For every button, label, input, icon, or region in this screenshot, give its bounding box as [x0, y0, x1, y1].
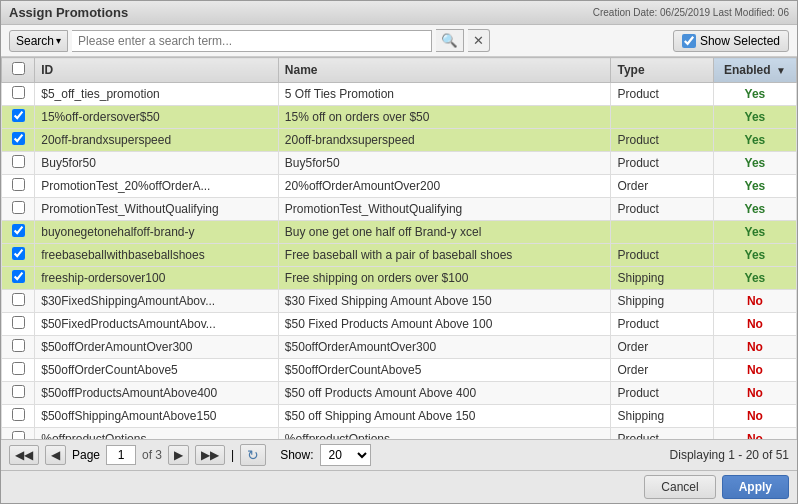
row-checkbox[interactable] — [12, 293, 25, 306]
row-id: %offproductOptions — [35, 428, 279, 440]
show-count-select[interactable]: 102050100 — [320, 444, 371, 466]
table-row: PromotionTest_20%offOrderA...20%offOrder… — [2, 175, 797, 198]
row-id: $50offShippingAmountAbove150 — [35, 405, 279, 428]
row-checkbox[interactable] — [12, 316, 25, 329]
row-checkbox[interactable] — [12, 224, 25, 237]
row-enabled: Yes — [713, 198, 796, 221]
table-row: %offproductOptions%offproductOptionsProd… — [2, 428, 797, 440]
table-header-row: ID Name Type Enabled ▼ — [2, 58, 797, 83]
first-page-button[interactable]: ◀◀ — [9, 445, 39, 465]
row-checkbox[interactable] — [12, 155, 25, 168]
next-page-button[interactable]: ▶ — [168, 445, 189, 465]
row-checkbox[interactable] — [12, 201, 25, 214]
row-enabled: Yes — [713, 221, 796, 244]
row-checkbox-cell[interactable] — [2, 382, 35, 405]
chevron-down-icon: ▾ — [56, 35, 61, 46]
row-checkbox[interactable] — [12, 339, 25, 352]
table-row: $50offProductsAmountAbove400$50 off Prod… — [2, 382, 797, 405]
row-enabled: No — [713, 313, 796, 336]
table-body: $5_off_ties_promotion5 Off Ties Promotio… — [2, 83, 797, 440]
row-enabled: No — [713, 428, 796, 440]
row-id: Buy5for50 — [35, 152, 279, 175]
select-all-header[interactable] — [2, 58, 35, 83]
row-type: Product — [611, 428, 713, 440]
table-row: buyonegetonehalfoff-brand-yBuy one get o… — [2, 221, 797, 244]
table-row: freebaseballwithbaseballshoesFree baseba… — [2, 244, 797, 267]
cancel-button[interactable]: Cancel — [644, 475, 715, 499]
divider: | — [231, 448, 234, 462]
row-name: PromotionTest_WithoutQualifying — [278, 198, 611, 221]
type-column-header[interactable]: Type — [611, 58, 713, 83]
table-row: 15%off-ordersover$5015% off on orders ov… — [2, 106, 797, 129]
row-checkbox[interactable] — [12, 247, 25, 260]
table-row: 20off-brandxsuperspeed20off-brandxsupers… — [2, 129, 797, 152]
sort-arrow-icon: ▼ — [776, 65, 786, 76]
table-row: PromotionTest_WithoutQualifyingPromotion… — [2, 198, 797, 221]
search-submit-button[interactable]: 🔍 — [436, 29, 464, 52]
row-checkbox-cell[interactable] — [2, 359, 35, 382]
row-type: Shipping — [611, 290, 713, 313]
table-row: $30FixedShippingAmountAbov...$30 Fixed S… — [2, 290, 797, 313]
row-checkbox-cell[interactable] — [2, 313, 35, 336]
row-checkbox[interactable] — [12, 86, 25, 99]
row-checkbox-cell[interactable] — [2, 244, 35, 267]
row-checkbox-cell[interactable] — [2, 106, 35, 129]
search-clear-button[interactable]: ✕ — [468, 29, 490, 52]
search-dropdown-button[interactable]: Search ▾ — [9, 30, 68, 52]
last-page-button[interactable]: ▶▶ — [195, 445, 225, 465]
refresh-button[interactable]: ↻ — [240, 444, 266, 466]
row-enabled: Yes — [713, 175, 796, 198]
row-checkbox-cell[interactable] — [2, 336, 35, 359]
row-checkbox-cell[interactable] — [2, 267, 35, 290]
row-enabled: No — [713, 359, 796, 382]
show-selected-checkbox[interactable] — [682, 34, 696, 48]
show-selected-button[interactable]: Show Selected — [673, 30, 789, 52]
row-checkbox[interactable] — [12, 362, 25, 375]
promotions-table-container: ID Name Type Enabled ▼ $5_off_ties_promo… — [1, 57, 797, 439]
row-checkbox-cell[interactable] — [2, 175, 35, 198]
name-column-header[interactable]: Name — [278, 58, 611, 83]
row-type: Product — [611, 129, 713, 152]
row-checkbox[interactable] — [12, 270, 25, 283]
row-name: $50 off Products Amount Above 400 — [278, 382, 611, 405]
search-icon: 🔍 — [441, 33, 458, 48]
row-checkbox-cell[interactable] — [2, 152, 35, 175]
apply-button[interactable]: Apply — [722, 475, 789, 499]
row-enabled: Yes — [713, 267, 796, 290]
row-checkbox[interactable] — [12, 431, 25, 439]
row-name: 20%offOrderAmountOver200 — [278, 175, 611, 198]
toolbar: Search ▾ 🔍 ✕ Show Selected — [1, 25, 797, 57]
table-row: $50offOrderAmountOver300$50offOrderAmoun… — [2, 336, 797, 359]
show-selected-label: Show Selected — [700, 34, 780, 48]
row-checkbox[interactable] — [12, 132, 25, 145]
title-bar: Assign Promotions Creation Date: 06/25/2… — [1, 1, 797, 25]
table-row: $50FixedProductsAmountAbov...$50 Fixed P… — [2, 313, 797, 336]
row-type: Product — [611, 198, 713, 221]
row-checkbox[interactable] — [12, 408, 25, 421]
row-checkbox[interactable] — [12, 178, 25, 191]
row-checkbox[interactable] — [12, 109, 25, 122]
row-checkbox-cell[interactable] — [2, 83, 35, 106]
row-type: Order — [611, 175, 713, 198]
prev-page-button[interactable]: ◀ — [45, 445, 66, 465]
row-checkbox-cell[interactable] — [2, 129, 35, 152]
row-checkbox[interactable] — [12, 385, 25, 398]
row-name: 15% off on orders over $50 — [278, 106, 611, 129]
row-checkbox-cell[interactable] — [2, 221, 35, 244]
row-checkbox-cell[interactable] — [2, 198, 35, 221]
page-number-input[interactable] — [106, 445, 136, 465]
show-label: Show: — [280, 448, 313, 462]
row-name: Buy one get one half off Brand-y xcel — [278, 221, 611, 244]
promotions-table: ID Name Type Enabled ▼ $5_off_ties_promo… — [1, 57, 797, 439]
row-id: $5_off_ties_promotion — [35, 83, 279, 106]
id-column-header[interactable]: ID — [35, 58, 279, 83]
enabled-column-header[interactable]: Enabled ▼ — [713, 58, 796, 83]
row-id: $30FixedShippingAmountAbov... — [35, 290, 279, 313]
row-checkbox-cell[interactable] — [2, 405, 35, 428]
select-all-checkbox[interactable] — [12, 62, 25, 75]
row-checkbox-cell[interactable] — [2, 428, 35, 440]
search-input[interactable] — [72, 30, 432, 52]
row-checkbox-cell[interactable] — [2, 290, 35, 313]
row-id: freeship-ordersover100 — [35, 267, 279, 290]
page-label: Page — [72, 448, 100, 462]
